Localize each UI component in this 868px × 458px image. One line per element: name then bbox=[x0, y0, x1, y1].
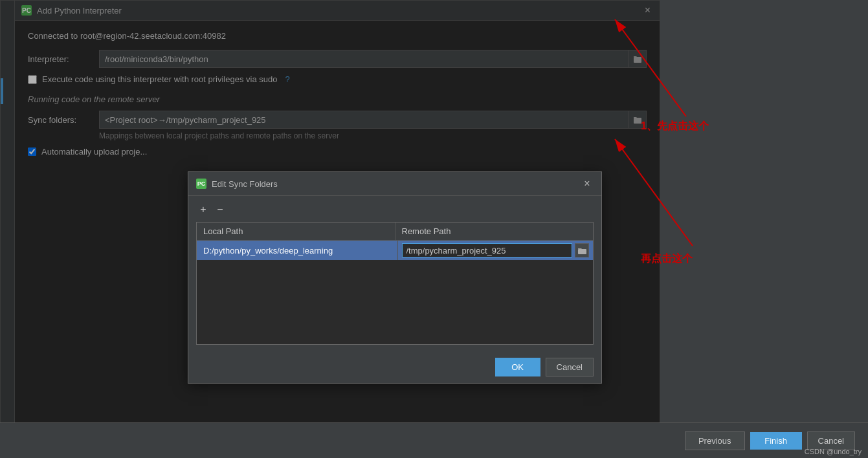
bottom-bar: Previous Finish Cancel bbox=[0, 422, 868, 458]
ok-button[interactable]: OK bbox=[495, 358, 540, 376]
table-row[interactable]: D:/python/py_works/deep_learning bbox=[197, 241, 593, 260]
modal-cancel-button[interactable]: Cancel bbox=[546, 358, 594, 376]
edit-sync-folders-modal: PC Edit Sync Folders × + − Local Path Re… bbox=[188, 171, 602, 384]
svg-rect-2 bbox=[578, 249, 586, 254]
table-header: Local Path Remote Path bbox=[197, 223, 593, 241]
table-empty-area bbox=[197, 260, 593, 344]
remote-path-header: Remote Path bbox=[395, 223, 594, 240]
modal-body: + − Local Path Remote Path D:/python/py_… bbox=[188, 196, 601, 351]
remote-path-input[interactable] bbox=[402, 243, 573, 257]
remove-mapping-button[interactable]: − bbox=[213, 202, 227, 217]
sync-folders-table: Local Path Remote Path D:/python/py_work… bbox=[196, 222, 594, 345]
folder-icon-remote bbox=[578, 247, 586, 254]
modal-app-icon: PC bbox=[196, 179, 206, 189]
modal-title: Edit Sync Folders bbox=[212, 179, 575, 189]
remote-path-cell bbox=[398, 241, 594, 260]
add-mapping-button[interactable]: + bbox=[196, 202, 210, 217]
modal-close-button[interactable]: × bbox=[581, 177, 594, 190]
csdn-watermark: CSDN @undo_try bbox=[805, 448, 862, 455]
local-path-cell: D:/python/py_works/deep_learning bbox=[197, 241, 398, 260]
finish-button[interactable]: Finish bbox=[750, 432, 802, 450]
local-path-header: Local Path bbox=[197, 223, 395, 240]
modal-buttons: OK Cancel bbox=[188, 351, 601, 383]
modal-title-bar: PC Edit Sync Folders × bbox=[188, 172, 601, 196]
toolbar-row: + − bbox=[196, 202, 594, 217]
remote-browse-button[interactable] bbox=[575, 243, 589, 257]
previous-button[interactable]: Previous bbox=[685, 431, 745, 450]
